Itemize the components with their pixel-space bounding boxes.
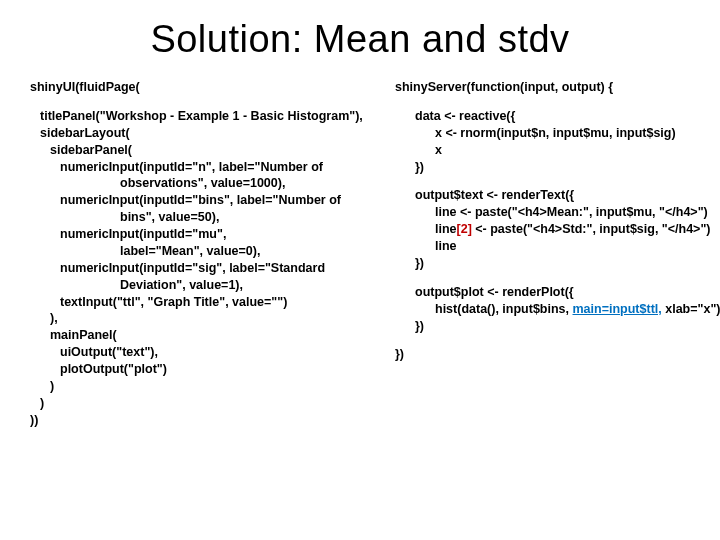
spacer [30, 96, 370, 108]
ui-line: sidebarPanel( [30, 142, 370, 159]
server-line: shinyServer(function(input, output) { [395, 79, 720, 96]
spacer [395, 175, 720, 187]
left-column: shinyUI(fluidPage( titlePanel("Workshop … [30, 79, 370, 429]
spacer [395, 334, 720, 346]
text-highlight-red: [2] [457, 222, 472, 236]
ui-line: uiOutput("text"), [30, 344, 370, 361]
server-line: line[2] <- paste("<h4>Std:", input$sig, … [395, 221, 720, 238]
server-line: x <- rnorm(input$n, input$mu, input$sig) [395, 125, 720, 142]
text: <- paste("<h4>Std:", input$sig, "</h4>") [472, 222, 711, 236]
ui-line: plotOutput("plot") [30, 361, 370, 378]
spacer [395, 96, 720, 108]
text: xlab="x") [662, 302, 720, 316]
server-line: }) [395, 255, 720, 272]
text: ) [671, 126, 675, 140]
slide-title: Solution: Mean and stdv [30, 18, 690, 61]
text: , input$sig [609, 126, 672, 140]
server-line: output$plot <- renderPlot({ [395, 284, 720, 301]
ui-line: numericInput(inputId="n", label="Number … [30, 159, 370, 176]
server-line: }) [395, 318, 720, 335]
ui-line: numericInput(inputId="mu", [30, 226, 370, 243]
ui-line: numericInput(inputId="bins", label="Numb… [30, 192, 370, 209]
server-line: hist(data(), input$bins, main=input$ttl,… [395, 301, 720, 318]
ui-line: ), [30, 310, 370, 327]
server-line: }) [395, 159, 720, 176]
ui-line: sidebarLayout( [30, 125, 370, 142]
ui-line: ) [30, 395, 370, 412]
ui-line: )) [30, 412, 370, 429]
ui-line: mainPanel( [30, 327, 370, 344]
ui-line: bins", value=50), [30, 209, 370, 226]
title-solution-word: Solution [150, 18, 291, 60]
right-column: shinyServer(function(input, output) { da… [395, 79, 720, 429]
ui-line: observations", value=1000), [30, 175, 370, 192]
ui-line: Deviation", value=1), [30, 277, 370, 294]
ui-line: label="Mean", value=0), [30, 243, 370, 260]
text: titlePanel("Workshop - [40, 109, 178, 123]
server-line: output$text <- renderText({ [395, 187, 720, 204]
ui-line: titlePanel("Workshop - Example 1 - Basic… [30, 108, 370, 125]
server-line: x [395, 142, 720, 159]
ui-line: numericInput(inputId="sig", label="Stand… [30, 260, 370, 277]
text: - Basic Histogram"), [243, 109, 363, 123]
server-line: data <- reactive({ [395, 108, 720, 125]
ui-line: ) [30, 378, 370, 395]
title-rest: : Mean and stdv [292, 18, 570, 60]
text: hist(data(), input$bins, [435, 302, 573, 316]
server-line: line <- paste("<h4>Mean:", input$mu, "</… [395, 204, 720, 221]
slide: Solution: Mean and stdv shinyUI(fluidPag… [0, 0, 720, 540]
text: Example 1 [178, 109, 243, 123]
columns: shinyUI(fluidPage( titlePanel("Workshop … [30, 79, 690, 429]
server-line: }) [395, 346, 720, 363]
ui-line: shinyUI(fluidPage( [30, 79, 370, 96]
text-highlight-blue: main=input$ttl, [573, 302, 662, 316]
text: x <- rnorm(input$n, input$mu [435, 126, 609, 140]
text: line [435, 222, 457, 236]
spacer [395, 272, 720, 284]
ui-line: textInput("ttl", "Graph Title", value=""… [30, 294, 370, 311]
server-line: line [395, 238, 720, 255]
